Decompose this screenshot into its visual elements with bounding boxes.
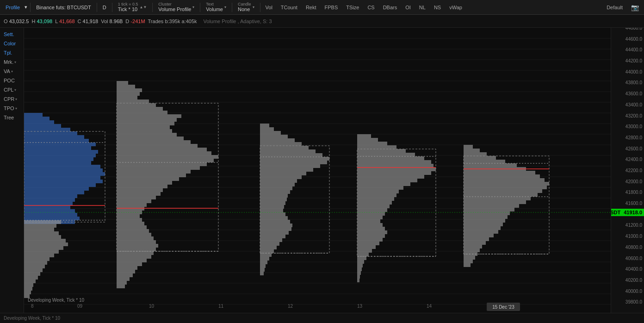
svg-rect-91 bbox=[117, 114, 181, 118]
svg-rect-134 bbox=[117, 273, 133, 277]
indicator-nl[interactable]: NL bbox=[417, 4, 428, 11]
divider-1 bbox=[30, 3, 31, 12]
indicator-fpbs[interactable]: FPBS bbox=[322, 4, 341, 11]
tick-label: Tick * 10 bbox=[118, 6, 138, 12]
svg-rect-252 bbox=[464, 226, 501, 230]
sidebar-cpl-label: CPL bbox=[4, 87, 13, 93]
svg-rect-165 bbox=[260, 209, 283, 212]
svg-rect-74 bbox=[24, 283, 33, 287]
profile-button[interactable]: Profile bbox=[3, 0, 23, 14]
divider-4 bbox=[152, 3, 153, 12]
svg-rect-61 bbox=[24, 235, 61, 239]
price-tick: 41800.0 bbox=[625, 190, 642, 195]
price-tick: 43600.0 bbox=[625, 91, 642, 96]
svg-rect-241 bbox=[464, 186, 547, 189]
svg-rect-137 bbox=[117, 285, 125, 288]
svg-rect-65 bbox=[24, 250, 59, 254]
svg-rect-149 bbox=[260, 149, 316, 153]
svg-rect-130 bbox=[117, 259, 147, 262]
svg-rect-213 bbox=[357, 234, 385, 238]
svg-rect-160 bbox=[260, 190, 290, 194]
high-value: H 43,098 bbox=[31, 19, 52, 24]
sidebar-tree-label: Tree bbox=[4, 115, 14, 120]
sidebar-va-label: VA bbox=[4, 68, 10, 74]
sidebar-item-cpr[interactable]: CPR ▾ bbox=[0, 94, 24, 104]
svg-rect-153 bbox=[260, 164, 320, 168]
svg-rect-155 bbox=[260, 172, 306, 175]
sidebar-item-poc[interactable]: POC bbox=[0, 76, 24, 85]
svg-rect-111 bbox=[117, 188, 163, 192]
indicator-oi[interactable]: OI bbox=[403, 4, 413, 11]
svg-rect-167 bbox=[260, 216, 288, 220]
sidebar: Sett. Color Tpl. Mrk. ▾ VA ▾ POC CPL ▾ C… bbox=[0, 28, 24, 313]
bottombar-label: Developing Week, Tick * 10 bbox=[4, 316, 60, 321]
tick-selector[interactable]: 1 tick = 0.5 Tick * 10 ▲▼ bbox=[115, 0, 150, 14]
candle-caret: ▾ bbox=[253, 5, 254, 9]
price-value: 41918.0 bbox=[624, 210, 642, 215]
indicator-ns[interactable]: NS bbox=[432, 4, 443, 11]
svg-rect-116 bbox=[117, 207, 144, 211]
sidebar-item-cpl[interactable]: CPL ▾ bbox=[0, 85, 24, 94]
candle-selector[interactable]: Candle None ▾ bbox=[235, 0, 257, 14]
divider-7 bbox=[260, 3, 260, 12]
svg-rect-221 bbox=[357, 264, 363, 267]
text-selector[interactable]: Text Volume ▾ bbox=[203, 0, 229, 14]
svg-rect-43 bbox=[24, 172, 105, 176]
svg-rect-176 bbox=[260, 249, 274, 253]
svg-rect-104 bbox=[117, 162, 207, 166]
svg-rect-36 bbox=[24, 146, 91, 150]
svg-rect-119 bbox=[117, 218, 142, 222]
svg-rect-27 bbox=[24, 113, 43, 117]
svg-rect-222 bbox=[357, 267, 362, 271]
profile-caret[interactable]: ▾ bbox=[25, 4, 27, 10]
indicator-tcount[interactable]: TCount bbox=[279, 4, 300, 11]
sidebar-item-sett[interactable]: Sett. bbox=[0, 30, 24, 39]
chart-area[interactable]: 8 09 10 11 12 13 14 15 Dec '23 Developin… bbox=[24, 28, 611, 313]
sidebar-item-tree[interactable]: Tree bbox=[0, 113, 24, 122]
indicator-rekt[interactable]: Rekt bbox=[303, 4, 319, 11]
default-button[interactable]: Default bbox=[604, 4, 625, 11]
indicator-tsize[interactable]: TSize bbox=[344, 4, 361, 11]
camera-icon[interactable]: 📷 bbox=[629, 3, 641, 12]
svg-rect-209 bbox=[357, 219, 380, 223]
cpl-caret: ▾ bbox=[14, 88, 16, 92]
svg-rect-197 bbox=[357, 175, 424, 179]
sidebar-item-color[interactable]: Color bbox=[0, 39, 24, 48]
svg-rect-129 bbox=[117, 255, 151, 259]
svg-rect-125 bbox=[117, 240, 156, 244]
svg-rect-47 bbox=[24, 187, 89, 191]
indicator-vwap[interactable]: vWap bbox=[447, 4, 464, 11]
svg-rect-215 bbox=[357, 242, 379, 245]
svg-rect-133 bbox=[117, 270, 135, 273]
svg-text:8: 8 bbox=[31, 304, 34, 309]
timeframe-selector[interactable]: D bbox=[100, 0, 109, 14]
sidebar-item-va[interactable]: VA ▾ bbox=[0, 67, 24, 76]
indicators-row: Vol TCount Rekt FPBS TSize CS DBars OI N… bbox=[263, 4, 464, 11]
svg-rect-114 bbox=[117, 199, 151, 203]
low-label: L bbox=[55, 19, 58, 24]
indicator-dbars[interactable]: DBars bbox=[381, 4, 400, 11]
svg-rect-44 bbox=[24, 176, 100, 180]
sidebar-item-tpl[interactable]: Tpl. bbox=[0, 48, 24, 57]
svg-rect-37 bbox=[24, 150, 98, 154]
svg-rect-33 bbox=[24, 135, 84, 139]
sidebar-color-label: Color bbox=[4, 41, 16, 46]
sidebar-item-tpo[interactable]: TPO ▾ bbox=[0, 104, 24, 113]
svg-rect-261 bbox=[464, 260, 473, 263]
price-tick: 43400.0 bbox=[625, 102, 642, 107]
svg-rect-211 bbox=[357, 227, 385, 230]
svg-rect-31 bbox=[24, 128, 70, 131]
svg-rect-150 bbox=[260, 153, 322, 157]
svg-rect-230 bbox=[464, 145, 473, 149]
indicator-vol[interactable]: Vol bbox=[263, 4, 275, 11]
svg-rect-60 bbox=[24, 231, 59, 235]
symbol-selector[interactable]: Binance futs: BTCUSDT bbox=[33, 0, 94, 14]
sidebar-item-mrk[interactable]: Mrk. ▾ bbox=[0, 57, 24, 67]
svg-rect-225 bbox=[357, 279, 359, 282]
svg-rect-127 bbox=[117, 248, 156, 251]
timeframe-label: D bbox=[103, 5, 106, 10]
cluster-selector[interactable]: Cluster Volume Profile ▾ bbox=[155, 0, 197, 14]
svg-rect-239 bbox=[464, 178, 545, 182]
indicator-cs[interactable]: CS bbox=[365, 4, 377, 11]
profile-info: Volume Profile , Adaptive, S: 3 bbox=[204, 19, 272, 24]
